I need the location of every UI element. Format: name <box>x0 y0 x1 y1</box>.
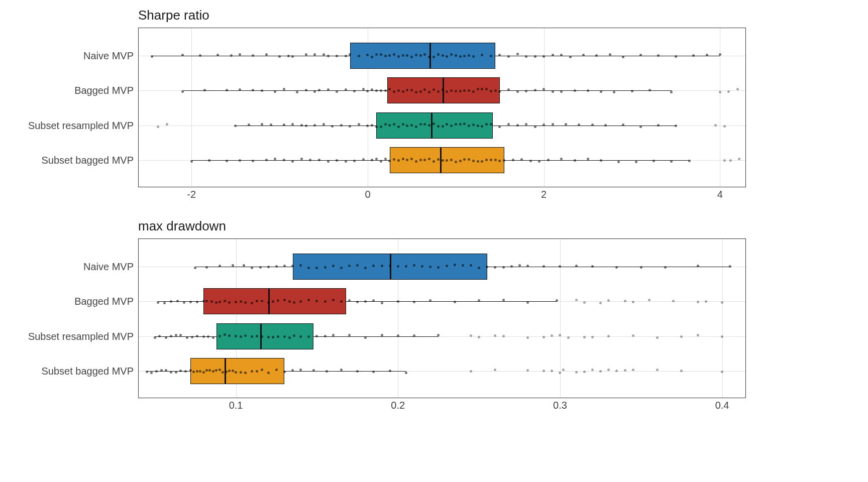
data-point <box>349 125 351 128</box>
data-point <box>261 300 263 302</box>
x-tick-label: 0.3 <box>553 400 567 411</box>
data-point <box>486 266 488 268</box>
data-point <box>472 90 475 93</box>
data-point <box>413 264 415 267</box>
x-gridline <box>720 28 720 187</box>
data-point <box>261 369 263 371</box>
data-point <box>151 55 153 58</box>
data-point <box>529 160 532 162</box>
data-point <box>494 89 497 92</box>
data-point <box>287 55 290 57</box>
data-point <box>345 160 347 163</box>
data-point <box>305 53 307 56</box>
y-tick-label: Subset bagged MVP <box>42 366 134 377</box>
data-point <box>384 89 387 92</box>
data-point <box>267 266 270 268</box>
data-point <box>510 265 513 268</box>
data-point <box>639 54 642 56</box>
data-point <box>291 55 294 58</box>
data-point <box>542 265 545 268</box>
data-point <box>364 300 367 303</box>
data-point <box>574 159 576 162</box>
outlier-point <box>599 370 602 373</box>
data-point <box>184 370 187 373</box>
plot-area: -2024Naive MVPBagged MVPSubset resampled… <box>138 28 746 187</box>
data-point <box>340 124 343 127</box>
data-point <box>446 265 448 267</box>
data-point <box>322 53 325 56</box>
outlier-point <box>697 301 699 303</box>
y-tick-label: Bagged MVP <box>74 85 134 96</box>
data-point <box>312 369 315 372</box>
data-point <box>556 299 558 302</box>
data-point <box>278 55 281 58</box>
data-point <box>595 54 598 57</box>
data-point <box>560 90 563 93</box>
chart-title: Sharpe ratio <box>138 8 209 23</box>
outlier-point <box>721 301 723 304</box>
data-point <box>648 89 651 91</box>
data-point <box>432 160 435 163</box>
data-point <box>600 90 602 93</box>
data-point <box>437 125 440 128</box>
data-point <box>191 336 193 338</box>
outlier-point <box>648 299 650 301</box>
data-point <box>219 301 221 303</box>
data-point <box>299 264 302 267</box>
outlier-point <box>575 371 578 374</box>
data-point <box>219 369 221 371</box>
data-point <box>252 160 254 162</box>
y-tick-label: Subset resampled MVP <box>28 330 134 342</box>
data-point <box>415 91 417 93</box>
data-point <box>478 299 480 302</box>
data-point <box>410 89 413 91</box>
data-point <box>332 265 335 267</box>
data-point <box>207 335 209 338</box>
data-point <box>296 91 298 93</box>
data-point <box>194 267 196 269</box>
data-point <box>507 88 510 91</box>
data-point <box>419 54 422 57</box>
data-point <box>283 335 286 338</box>
data-point <box>232 370 234 372</box>
data-point <box>240 300 242 303</box>
data-point <box>604 124 607 127</box>
data-point <box>196 301 198 303</box>
data-point <box>397 334 399 337</box>
outlier-point <box>632 334 634 337</box>
data-point <box>267 336 270 338</box>
data-point <box>622 124 624 126</box>
data-point <box>565 123 567 126</box>
outlier-point <box>478 336 480 338</box>
data-point <box>477 88 479 90</box>
data-point <box>240 371 242 374</box>
data-point <box>353 160 356 162</box>
data-point <box>560 54 563 56</box>
data-point <box>525 55 527 58</box>
data-point <box>454 264 456 266</box>
data-point <box>600 159 602 162</box>
data-point <box>692 54 695 57</box>
data-point <box>664 266 667 269</box>
data-point <box>275 369 278 371</box>
outlier-point <box>705 300 707 303</box>
data-point <box>189 301 192 303</box>
data-point <box>327 88 330 91</box>
data-point <box>356 370 359 373</box>
outlier-point <box>680 335 683 338</box>
data-point <box>428 91 430 93</box>
data-point <box>325 370 328 373</box>
data-point <box>362 158 365 161</box>
outlier-point <box>624 300 626 302</box>
data-point <box>288 336 291 339</box>
outlier-point <box>599 302 602 304</box>
outlier-point <box>166 123 168 126</box>
data-point <box>688 160 691 162</box>
data-point <box>154 336 156 339</box>
data-point <box>189 369 192 372</box>
data-point <box>170 335 172 337</box>
data-point <box>202 300 205 302</box>
data-point <box>534 55 536 58</box>
data-point <box>232 264 234 267</box>
data-point <box>706 54 708 56</box>
